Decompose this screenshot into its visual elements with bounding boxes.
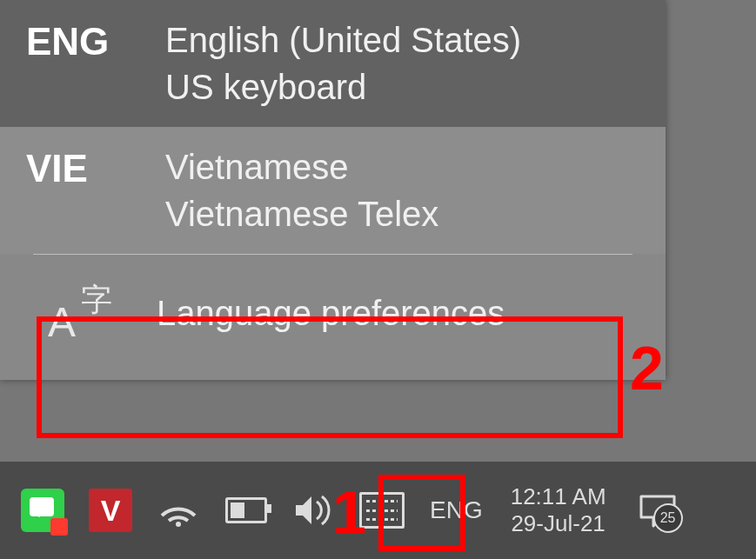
language-preferences-button[interactable]: A 字 Language preferences bbox=[0, 255, 666, 380]
svg-text:字: 字 bbox=[81, 282, 112, 317]
language-code: ENG bbox=[26, 19, 165, 61]
svg-point-2 bbox=[176, 522, 181, 527]
taskbar-clock[interactable]: 12:11 AM 29-Jul-21 bbox=[497, 483, 620, 537]
language-name: Vietnamese bbox=[165, 146, 438, 188]
ime-icon[interactable] bbox=[358, 487, 405, 534]
notification-count-badge: 25 bbox=[653, 503, 683, 533]
language-name: English (United States) bbox=[165, 19, 521, 61]
tray-chat-icon[interactable] bbox=[19, 487, 66, 534]
language-switcher-popup: ENG English (United States) US keyboard … bbox=[0, 0, 666, 380]
keyboard-layout: US keyboard bbox=[165, 66, 521, 108]
wifi-icon[interactable] bbox=[155, 487, 202, 534]
clock-date: 29-Jul-21 bbox=[511, 510, 605, 537]
taskbar: V ENG 12:11 AM 29-Jul-21 25 bbox=[0, 462, 756, 559]
language-indicator[interactable]: ENG bbox=[416, 487, 497, 534]
clock-time: 12:11 AM bbox=[511, 483, 606, 510]
keyboard-layout: Vietnamese Telex bbox=[165, 193, 438, 235]
battery-icon[interactable] bbox=[223, 487, 270, 534]
language-code: VIE bbox=[26, 146, 165, 188]
language-item-vie[interactable]: VIE Vietnamese Vietnamese Telex bbox=[0, 127, 666, 254]
svg-text:A: A bbox=[48, 299, 76, 345]
volume-icon[interactable] bbox=[291, 487, 338, 534]
language-prefs-icon: A 字 bbox=[48, 281, 157, 345]
language-labels: Vietnamese Vietnamese Telex bbox=[165, 146, 438, 235]
language-preferences-label: Language preferences bbox=[157, 294, 505, 333]
language-item-eng[interactable]: ENG English (United States) US keyboard bbox=[0, 0, 666, 127]
tray-unikey-icon[interactable]: V bbox=[87, 487, 134, 534]
language-labels: English (United States) US keyboard bbox=[165, 19, 521, 108]
action-center-icon[interactable]: 25 bbox=[634, 487, 681, 534]
